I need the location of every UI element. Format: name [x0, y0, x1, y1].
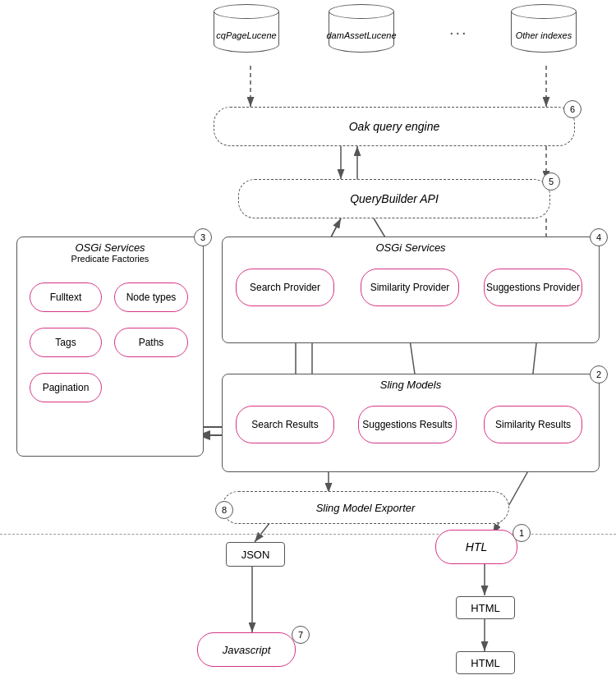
suggestions-results-box: Suggestions Results [358, 406, 457, 443]
search-results-box: Search Results [236, 406, 334, 443]
sling-model-exporter-box: Sling Model Exporter [222, 491, 509, 524]
badge-3: 3 [194, 228, 212, 246]
html-box-1: HTML [456, 596, 515, 619]
pagination-box: Pagination [30, 373, 102, 402]
osgi-providers-title: OSGi Services [223, 241, 599, 254]
cqpage-lucene-cylinder: cqPageLucene [214, 4, 279, 53]
html-box-2: HTML [456, 651, 515, 674]
similarity-results-box: Similarity Results [484, 406, 582, 443]
damasset-lucene-cylinder: damAssetLucene [329, 4, 394, 53]
querybuilder-api-box: QueryBuilder API [238, 179, 550, 218]
cylinder-top [511, 4, 577, 19]
damasset-label: damAssetLucene [327, 30, 397, 40]
suggestions-provider-box: Suggestions Provider [484, 269, 582, 306]
json-box: JSON [226, 542, 285, 567]
nodetypes-box: Node types [114, 282, 188, 312]
badge-1: 1 [513, 524, 531, 542]
sling-models-title: Sling Models [223, 379, 599, 391]
htl-box: HTL [435, 530, 517, 564]
sling-model-exporter-label: Sling Model Exporter [316, 502, 416, 514]
fulltext-box: Fulltext [30, 282, 102, 312]
osgi-predicate-container: OSGi Services Predicate Factories 3 Full… [16, 237, 204, 457]
cqpage-label: cqPageLucene [216, 30, 276, 40]
search-provider-box: Search Provider [236, 269, 334, 306]
diagram: cqPageLucene damAssetLucene ··· Other in… [0, 0, 616, 689]
ellipsis: ··· [449, 23, 468, 42]
badge-7: 7 [292, 626, 310, 644]
similarity-provider-box: Similarity Provider [361, 269, 459, 306]
osgi-predicate-title: OSGi Services Predicate Factories [17, 237, 203, 264]
other-indexes-label: Other indexes [516, 30, 572, 40]
osgi-providers-container: OSGi Services 4 Search Provider Similari… [222, 237, 600, 343]
cylinder-top [214, 4, 279, 19]
oak-query-label: Oak query engine [349, 120, 440, 133]
oak-query-engine-box: Oak query engine [214, 107, 575, 146]
badge-4: 4 [590, 228, 608, 246]
cylinder-top [329, 4, 394, 19]
javascript-box: Javascript [197, 632, 296, 667]
sling-models-container: Sling Models 2 Search Results Suggestion… [222, 374, 600, 472]
paths-box: Paths [114, 328, 188, 357]
badge-8: 8 [215, 501, 233, 519]
tags-box: Tags [30, 328, 102, 357]
badge-2: 2 [590, 365, 608, 384]
badge-5: 5 [542, 172, 560, 191]
badge-6: 6 [563, 100, 582, 118]
querybuilder-label: QueryBuilder API [350, 192, 439, 205]
other-indexes-cylinder: Other indexes [511, 4, 577, 53]
